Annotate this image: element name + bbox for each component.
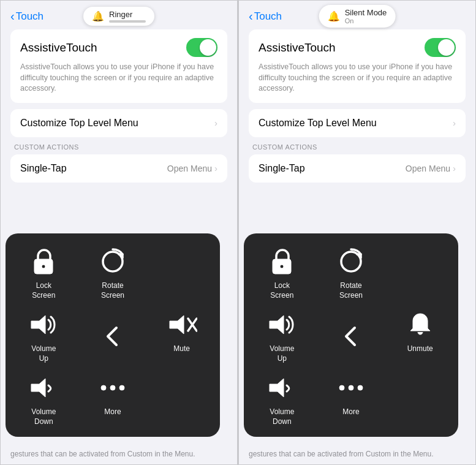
svg-point-18: [358, 385, 363, 390]
right-panel: ‹ Touch 🔔 Silent Mode On AssistiveTouch …: [238, 0, 476, 465]
left-panel: ‹ Touch 🔔 Ringer AssistiveTouch Assistiv…: [0, 0, 238, 465]
left-customize-label: Customize Top Level Menu: [20, 118, 138, 129]
left-popup-arrow[interactable]: [81, 309, 145, 363]
right-popup-arrow[interactable]: [319, 309, 383, 363]
right-back-button[interactable]: ‹ Touch: [249, 9, 282, 23]
left-open-menu-label: Open Menu: [167, 164, 212, 173]
left-rotate-label: RotateScreen: [101, 281, 124, 300]
svg-point-10: [119, 385, 124, 390]
right-assistivetouch-desc: AssistiveTouch allows you to use your iP…: [259, 62, 456, 94]
right-lock-label: LockScreen: [270, 281, 293, 300]
left-single-tap-row[interactable]: Single-Tap Open Menu ›: [10, 154, 227, 183]
left-mute-icon: [166, 309, 198, 341]
right-rotate-icon: [335, 246, 367, 278]
right-header: ‹ Touch 🔔 Silent Mode On: [239, 1, 475, 29]
right-popup-empty-top: [388, 246, 452, 300]
right-lock-icon: [266, 246, 298, 278]
right-back-arrow-icon: ‹: [249, 9, 253, 23]
svg-point-9: [110, 385, 115, 390]
right-popup-volume-up[interactable]: VolumeUp: [250, 309, 314, 363]
right-unmute-label: Unmute: [407, 344, 433, 354]
left-content: AssistiveTouch AssistiveTouch allows you…: [1, 29, 237, 183]
left-popup-more[interactable]: More: [81, 372, 145, 426]
right-popup-unmute[interactable]: Unmute: [388, 309, 452, 363]
left-volume-up-icon: [28, 309, 59, 341]
left-single-tap-chevron: ›: [214, 163, 217, 173]
left-arrow-icon: [97, 320, 129, 352]
left-popup-volume-up[interactable]: VolumeUp: [12, 309, 76, 363]
right-popup-volume-down[interactable]: VolumeDown: [250, 372, 314, 426]
left-mute-label: Mute: [173, 344, 190, 354]
left-more-label: More: [104, 407, 121, 417]
left-bottom-text: gestures that can be activated from Cust…: [1, 444, 237, 464]
left-popup-volume-down[interactable]: VolumeDown: [12, 372, 76, 426]
left-bell-icon: 🔔: [92, 10, 104, 22]
left-popup-lock[interactable]: LockScreen: [12, 246, 76, 300]
right-single-tap-chevron: ›: [453, 163, 456, 173]
svg-point-12: [280, 265, 284, 268]
left-single-tap-label: Single-Tap: [20, 163, 67, 174]
left-popup-grid: LockScreen RotateScreen: [12, 246, 214, 427]
right-content: AssistiveTouch AssistiveTouch allows you…: [239, 29, 475, 183]
right-back-label: Touch: [254, 10, 282, 23]
right-single-tap-label: Single-Tap: [259, 163, 305, 174]
left-back-button[interactable]: ‹ Touch: [10, 9, 43, 23]
left-header: ‹ Touch 🔔 Ringer: [1, 1, 237, 29]
right-popup-lock[interactable]: LockScreen: [250, 246, 314, 300]
svg-point-1: [42, 265, 45, 268]
left-assistivetouch-label: AssistiveTouch: [20, 41, 97, 55]
left-popup-mute[interactable]: Mute: [149, 309, 214, 363]
left-popup-rotate[interactable]: RotateScreen: [81, 246, 145, 300]
left-assistivetouch-toggle[interactable]: [186, 38, 217, 57]
left-more-icon: [97, 372, 129, 404]
right-single-tap-row[interactable]: Single-Tap Open Menu ›: [249, 154, 466, 183]
left-volume-down-icon: [28, 372, 59, 404]
right-ringer-pill: 🔔 Silent Mode On: [319, 5, 396, 28]
right-assistivetouch-toggle[interactable]: [425, 38, 456, 57]
svg-marker-3: [31, 316, 45, 334]
right-bottom-text: gestures that can be activated from Cust…: [239, 444, 475, 464]
left-popup-empty-bottom: [149, 372, 214, 426]
left-assistivetouch-card: AssistiveTouch AssistiveTouch allows you…: [10, 29, 227, 103]
right-volume-down-label: VolumeDown: [270, 407, 294, 426]
right-customize-label: Customize Top Level Menu: [259, 118, 377, 129]
left-popup-empty-top: [149, 246, 214, 300]
right-chevron-icon: ›: [453, 118, 456, 128]
right-section-header: CUSTOM ACTIONS: [249, 143, 466, 151]
right-assistivetouch-card: AssistiveTouch AssistiveTouch allows you…: [249, 29, 466, 103]
svg-point-8: [101, 385, 106, 390]
left-ringer-label: Ringer: [109, 10, 146, 19]
right-unmute-icon: [404, 309, 436, 341]
right-volume-up-label: VolumeUp: [270, 344, 294, 363]
right-popup-more[interactable]: More: [319, 372, 383, 426]
left-ringer-pill: 🔔 Ringer: [83, 7, 154, 26]
left-chevron-icon: ›: [214, 118, 217, 128]
right-bell-icon: 🔔: [328, 10, 340, 22]
svg-marker-14: [270, 316, 284, 334]
svg-marker-4: [170, 316, 184, 334]
left-ringer-bar: [109, 20, 146, 23]
right-more-label: More: [342, 407, 359, 417]
right-customize-row[interactable]: Customize Top Level Menu ›: [249, 109, 466, 137]
left-rotate-icon: [97, 246, 129, 278]
right-more-icon: [335, 372, 367, 404]
svg-point-17: [349, 385, 353, 390]
right-assistive-popup[interactable]: LockScreen RotateScreen: [244, 233, 458, 437]
left-volume-up-label: VolumeUp: [31, 344, 56, 363]
left-volume-down-label: VolumeDown: [31, 407, 56, 426]
right-volume-up-icon: [266, 309, 298, 341]
svg-point-16: [339, 385, 344, 390]
right-arrow-icon: [335, 320, 367, 352]
right-popup-rotate[interactable]: RotateScreen: [319, 246, 383, 300]
right-ringer-label: Silent Mode: [345, 8, 387, 17]
left-back-arrow-icon: ‹: [10, 9, 15, 23]
left-section-header: CUSTOM ACTIONS: [10, 143, 227, 151]
left-customize-row[interactable]: Customize Top Level Menu ›: [10, 109, 227, 137]
right-assistivetouch-label: AssistiveTouch: [259, 41, 336, 55]
svg-marker-7: [31, 379, 45, 397]
left-back-label: Touch: [16, 10, 43, 23]
left-assistive-popup[interactable]: LockScreen RotateScreen: [6, 233, 220, 437]
svg-marker-15: [270, 379, 284, 397]
right-volume-down-icon: [266, 372, 298, 404]
right-ringer-sub: On: [345, 17, 387, 25]
